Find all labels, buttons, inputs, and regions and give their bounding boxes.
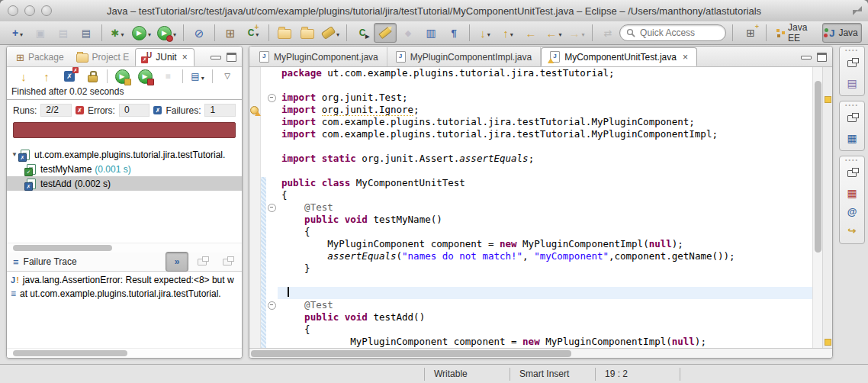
mark-occurrences-button[interactable]	[374, 23, 397, 43]
code-line[interactable]: public void testAdd()	[249, 311, 813, 323]
minimize-window-button[interactable]	[24, 5, 35, 16]
editor-tab-mycomponentunittest-java[interactable]: MyComponentUnitTest.java	[541, 47, 697, 66]
code-line[interactable]: MyPluginComponent component = new MyPlug…	[249, 238, 813, 250]
code-text[interactable]: import org.junit.Test;	[278, 92, 813, 104]
problems-button[interactable]: ▦	[843, 184, 861, 201]
overview-ruler[interactable]	[822, 67, 832, 348]
view-tab-project-e[interactable]: Project E	[70, 48, 136, 66]
declaration-button[interactable]: ↪	[843, 222, 861, 240]
rerun-failures-first-button[interactable]: ▶	[133, 66, 156, 86]
scroll-lock-button[interactable]	[81, 66, 104, 86]
forward-button[interactable]: →	[565, 23, 588, 43]
failure-trace-item[interactable]: ≡at ut.com.example.plugins.tutorial.jira…	[7, 287, 242, 301]
code-text[interactable]: MyPluginComponent component = new MyPlug…	[278, 238, 813, 250]
dropdown-arrow-icon[interactable]	[487, 26, 490, 40]
drag-grip-icon[interactable]	[845, 157, 859, 163]
minimize-view-button[interactable]	[211, 56, 221, 60]
copy-failure-list-button[interactable]	[216, 252, 239, 272]
rerun-test-button[interactable]: ▶	[111, 66, 133, 86]
code-line[interactable]: }	[249, 262, 813, 275]
quickfix-warning-icon[interactable]	[250, 106, 259, 114]
drag-grip-icon[interactable]	[845, 102, 859, 108]
back-button[interactable]: ←	[542, 23, 565, 43]
code-line[interactable]: import static org.junit.Assert.assertEqu…	[249, 153, 813, 165]
scrollbar-thumb[interactable]	[13, 245, 112, 251]
code-line[interactable]: import com.example.plugins.tutorial.jira…	[249, 116, 813, 128]
warning-marker[interactable]	[825, 96, 831, 103]
code-line[interactable]	[249, 79, 813, 92]
tree-item-test[interactable]: testMyName (0.001 s)	[7, 162, 242, 176]
code-line[interactable]: {	[249, 323, 813, 336]
new-java-project-button[interactable]: ⊞	[219, 23, 242, 43]
maximize-view-button[interactable]	[227, 53, 236, 62]
tree-item-test[interactable]: testAdd (0.002 s)	[7, 176, 242, 191]
open-perspective-button[interactable]	[739, 23, 762, 43]
debug-button[interactable]: ✱	[106, 23, 129, 43]
show-next-failure-button[interactable]: ↓	[12, 66, 35, 86]
code-text[interactable]: {	[278, 226, 813, 238]
task-list-button[interactable]: ▤	[843, 74, 861, 92]
junit-view-menu-button[interactable]: ▽	[216, 66, 239, 86]
quick-access-box[interactable]	[619, 24, 726, 41]
code-text[interactable]: import com.example.plugins.tutorial.jira…	[278, 116, 813, 128]
code-area[interactable]: package ut.com.example.plugins.tutorial.…	[249, 67, 813, 348]
restore-task-list-button[interactable]	[843, 55, 861, 72]
code-line[interactable]: package ut.com.example.plugins.tutorial.…	[249, 67, 813, 79]
code-line[interactable]: {	[249, 226, 813, 238]
trace-horizontal-scrollbar[interactable]	[7, 348, 242, 358]
previous-annotation-button[interactable]: ↑	[497, 23, 519, 43]
dropdown-arrow-icon[interactable]	[20, 26, 23, 40]
run-external-tools-button[interactable]: ▶	[154, 23, 179, 43]
view-tab-package[interactable]: Package	[10, 48, 70, 66]
new-wizard-button[interactable]: +	[6, 23, 29, 43]
code-text[interactable]: public void testAdd()	[278, 311, 813, 323]
dropdown-arrow-icon[interactable]	[582, 26, 585, 40]
drag-grip-icon[interactable]	[845, 47, 859, 53]
search-button[interactable]	[319, 23, 342, 43]
test-run-history-button[interactable]: ▤	[186, 66, 209, 86]
code-text[interactable]: import org.junit.Ignore;	[278, 104, 813, 116]
code-line[interactable]	[249, 140, 813, 153]
dropdown-arrow-icon[interactable]	[510, 26, 513, 40]
filter-stack-trace-button[interactable]: »	[166, 252, 188, 272]
code-line[interactable]: @Test	[249, 299, 813, 311]
fullscreen-icon[interactable]	[853, 6, 862, 15]
minimize-editor-button[interactable]	[801, 56, 812, 60]
run-last-tool-button[interactable]: C	[351, 23, 374, 43]
close-window-button[interactable]	[8, 5, 18, 16]
show-failures-only-button[interactable]: ✗	[58, 66, 81, 86]
show-whitespace-button[interactable]: ¶	[442, 23, 465, 43]
editor-tab-myplugincomponent-java[interactable]: MyPluginComponent.java	[251, 47, 387, 66]
code-line[interactable]: import org.junit.Test;	[249, 92, 813, 104]
perspective-java-ee-button[interactable]: Java EE	[770, 23, 822, 43]
open-resource-button[interactable]	[296, 23, 319, 43]
code-text[interactable]	[278, 287, 813, 299]
code-text[interactable]: @Test	[278, 299, 813, 311]
collapse-icon[interactable]	[268, 204, 276, 212]
collapse-icon[interactable]	[268, 301, 276, 310]
save-all-button[interactable]: ▤	[52, 23, 75, 43]
code-text[interactable]: }	[278, 262, 813, 275]
code-line[interactable]: import com.example.plugins.tutorial.jira…	[249, 128, 813, 140]
next-annotation-button[interactable]: ↓	[474, 23, 497, 43]
toggle-breadcrumb-button[interactable]: ◆	[397, 23, 420, 43]
code-line[interactable]	[249, 287, 813, 299]
code-text[interactable]: {	[278, 323, 813, 336]
code-line[interactable]: public class MyComponentUnitTest	[249, 177, 813, 189]
restore-outline-button[interactable]	[843, 110, 861, 127]
code-text[interactable]: public void testMyName()	[278, 214, 813, 226]
editor-tab-myplugincomponentimpl-java[interactable]: MyPluginComponentImpl.java	[387, 47, 541, 66]
show-source-button[interactable]: ▥	[420, 23, 442, 43]
code-line[interactable]: @Test	[249, 201, 813, 214]
code-line[interactable]: import org.junit.Ignore;	[249, 104, 813, 116]
stop-junit-button[interactable]: ■	[156, 66, 179, 86]
editor-horizontal-scrollbar[interactable]	[249, 348, 832, 359]
dropdown-arrow-icon[interactable]	[173, 26, 176, 40]
link-with-editor-button[interactable]: ⇄	[596, 23, 619, 43]
code-line[interactable]: assertEquals("names do not match!", "myC…	[249, 250, 813, 262]
code-line[interactable]	[249, 275, 813, 287]
compare-result-button[interactable]	[191, 252, 214, 272]
code-text[interactable]	[278, 79, 813, 92]
zoom-window-button[interactable]	[41, 5, 52, 16]
skip-all-breakpoints-button[interactable]: ⊘	[188, 23, 211, 43]
